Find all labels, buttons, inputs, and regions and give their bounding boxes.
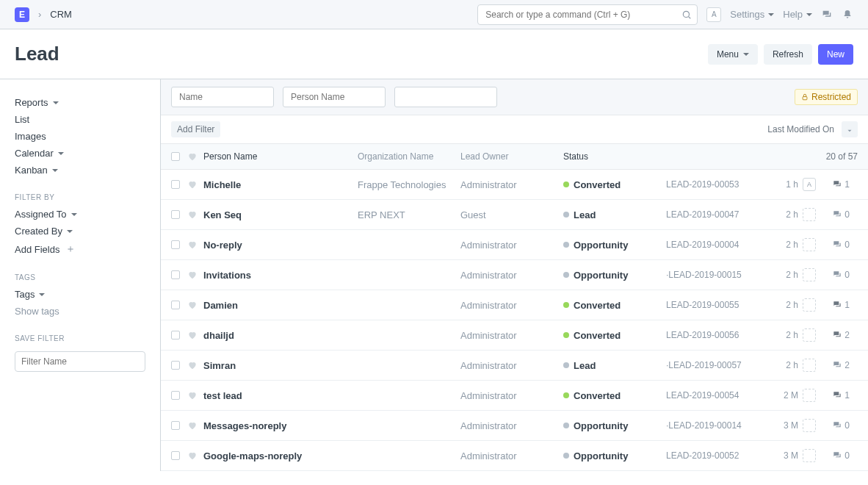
sidebar-item-images[interactable]: Images bbox=[15, 128, 145, 145]
assignee-avatar[interactable] bbox=[803, 389, 816, 402]
table-row[interactable]: No-replyAdministratorOpportunityLEAD-201… bbox=[161, 230, 868, 260]
sidebar-item-list[interactable]: List bbox=[15, 111, 145, 128]
filter-name-input[interactable] bbox=[15, 351, 145, 372]
row-checkbox[interactable] bbox=[171, 301, 180, 309]
sidebar-item-kanban[interactable]: Kanban bbox=[15, 162, 145, 179]
assignee-avatar[interactable] bbox=[803, 298, 816, 312]
heart-icon[interactable] bbox=[187, 390, 203, 400]
table-row[interactable]: Google-maps-noreplyAdministratorOpportun… bbox=[161, 441, 868, 471]
row-id: LEAD-2019-00004 bbox=[666, 240, 769, 250]
table-row[interactable]: Ken SeqERP NEXTGuestLeadLEAD-2019-000472… bbox=[161, 200, 868, 230]
restricted-badge[interactable]: Restricted bbox=[795, 89, 858, 105]
row-checkbox[interactable] bbox=[171, 180, 180, 189]
assignee-avatar[interactable] bbox=[803, 268, 816, 281]
sidebar-item-calendar[interactable]: Calendar bbox=[15, 145, 145, 162]
main-content: Restricted Add Filter Last Modified On P… bbox=[160, 79, 868, 471]
table-row[interactable]: Messages-noreplyAdministratorOpportunity… bbox=[161, 411, 868, 441]
sort-by-label[interactable]: Last Modified On bbox=[767, 124, 842, 134]
row-checkbox[interactable] bbox=[171, 270, 180, 279]
filter-by-assigned-to[interactable]: Assigned To bbox=[15, 206, 145, 223]
row-checkbox[interactable] bbox=[171, 421, 180, 430]
row-comments[interactable]: 1 bbox=[820, 179, 850, 190]
filter-by-created-by[interactable]: Created By bbox=[15, 223, 145, 240]
sidebar: ReportsListImagesCalendarKanban FILTER B… bbox=[0, 79, 160, 471]
comment-icon bbox=[832, 330, 842, 340]
row-checkbox[interactable] bbox=[171, 451, 180, 460]
person-name-filter-input[interactable] bbox=[283, 87, 386, 107]
comment-icon bbox=[832, 270, 842, 280]
assignee-avatar[interactable] bbox=[803, 208, 816, 221]
global-search[interactable] bbox=[477, 4, 698, 25]
row-comments[interactable]: 2 bbox=[820, 360, 850, 370]
show-tags-button[interactable]: Show tags bbox=[15, 303, 145, 320]
row-owner: Administrator bbox=[460, 179, 563, 190]
blank-filter-input[interactable] bbox=[394, 87, 497, 107]
row-comments[interactable]: 1 bbox=[820, 300, 850, 310]
table-row[interactable]: MichelleFrappe TechnologiesAdministrator… bbox=[161, 170, 868, 200]
breadcrumb[interactable]: CRM bbox=[50, 9, 72, 20]
row-comments[interactable]: 0 bbox=[820, 209, 850, 220]
assignee-avatar[interactable] bbox=[803, 449, 816, 462]
assignee-avatar[interactable] bbox=[803, 359, 816, 372]
heart-icon[interactable] bbox=[187, 450, 203, 461]
heart-icon[interactable] bbox=[187, 420, 203, 431]
heart-icon[interactable] bbox=[187, 330, 203, 340]
status-dot bbox=[563, 272, 569, 278]
assignee-avatar[interactable] bbox=[803, 238, 816, 251]
tags-dropdown[interactable]: Tags bbox=[15, 286, 145, 303]
bell-icon[interactable] bbox=[842, 9, 853, 21]
assignee-avatar[interactable]: A bbox=[803, 178, 816, 191]
heart-icon[interactable] bbox=[187, 209, 203, 220]
new-button[interactable]: New bbox=[818, 44, 853, 65]
settings-link[interactable]: Settings bbox=[730, 9, 774, 20]
name-filter-input[interactable] bbox=[171, 87, 274, 107]
caret-down-icon bbox=[71, 213, 77, 216]
assignee-avatar[interactable] bbox=[803, 419, 816, 432]
row-comments[interactable]: 1 bbox=[820, 390, 850, 400]
row-comments[interactable]: 0 bbox=[820, 270, 850, 280]
row-person-name: test lead bbox=[203, 390, 358, 401]
comment-icon bbox=[832, 390, 842, 400]
app-logo[interactable]: E bbox=[15, 7, 29, 22]
row-checkbox[interactable] bbox=[171, 210, 180, 219]
row-person-name: Simran bbox=[203, 360, 358, 371]
row-checkbox[interactable] bbox=[171, 240, 180, 249]
row-checkbox[interactable] bbox=[171, 391, 180, 400]
row-comments[interactable]: 0 bbox=[820, 240, 850, 250]
table-row[interactable]: DamienAdministratorConvertedLEAD-2019-00… bbox=[161, 290, 868, 320]
heart-icon[interactable] bbox=[187, 179, 203, 190]
row-comments[interactable]: 0 bbox=[820, 450, 850, 461]
search-icon bbox=[681, 10, 692, 20]
refresh-button[interactable]: Refresh bbox=[764, 44, 812, 65]
table-row[interactable]: SimranAdministratorLead·LEAD-2019-000572… bbox=[161, 351, 868, 381]
add-filter-button[interactable]: Add Filter bbox=[171, 121, 220, 137]
row-checkbox[interactable] bbox=[171, 361, 180, 370]
heart-icon[interactable] bbox=[187, 270, 203, 280]
heart-icon[interactable] bbox=[187, 300, 203, 310]
sidebar-item-reports[interactable]: Reports bbox=[15, 94, 145, 111]
heart-icon[interactable] bbox=[187, 240, 203, 250]
menu-button[interactable]: Menu bbox=[708, 44, 758, 65]
table-row[interactable]: InvitationsAdministratorOpportunity·LEAD… bbox=[161, 260, 868, 290]
user-avatar[interactable]: A bbox=[706, 7, 721, 22]
row-comments[interactable]: 2 bbox=[820, 330, 850, 340]
row-comments[interactable]: 0 bbox=[820, 420, 850, 431]
add-fields-button[interactable]: Add Fields＋ bbox=[15, 240, 145, 259]
table-row[interactable]: test leadAdministratorConvertedLEAD-2019… bbox=[161, 381, 868, 411]
row-checkbox[interactable] bbox=[171, 331, 180, 340]
row-person-name: Invitations bbox=[203, 270, 358, 281]
status-dot bbox=[563, 453, 569, 459]
heart-icon[interactable] bbox=[187, 360, 203, 370]
chat-icon[interactable] bbox=[821, 9, 833, 21]
assignee-avatar[interactable] bbox=[803, 328, 816, 342]
table-row[interactable]: dhailjdAdministratorConvertedLEAD-2019-0… bbox=[161, 320, 868, 351]
sort-direction-toggle[interactable] bbox=[842, 121, 858, 137]
status-dot bbox=[563, 362, 569, 368]
row-id: LEAD-2019-00056 bbox=[666, 330, 769, 340]
select-all-checkbox[interactable] bbox=[171, 152, 180, 161]
row-time: 3 M bbox=[769, 450, 798, 461]
help-link[interactable]: Help bbox=[783, 9, 812, 20]
caret-down-icon bbox=[52, 169, 58, 172]
search-input[interactable] bbox=[477, 4, 698, 25]
row-time: 2 h bbox=[769, 240, 798, 250]
